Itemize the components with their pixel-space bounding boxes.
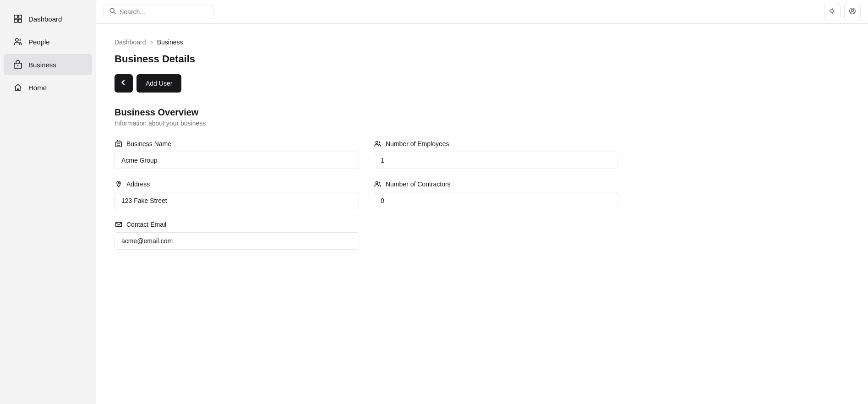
num-employees-label: Number of Employees [374, 140, 618, 148]
svg-rect-3 [18, 19, 22, 22]
theme-toggle-button[interactable] [824, 4, 841, 20]
business-form: Business Name Number of Employees [115, 140, 618, 250]
address-label: Address [115, 180, 359, 188]
topbar [96, 0, 868, 24]
num-contractors-input[interactable] [374, 192, 618, 209]
svg-point-23 [376, 141, 378, 143]
sidebar-item-label-home: Home [28, 84, 47, 92]
svg-rect-20 [116, 142, 122, 147]
contact-email-field: Contact Email [115, 220, 359, 250]
num-employees-field: Number of Employees [374, 140, 618, 169]
business-name-label: Business Name [115, 140, 359, 148]
num-employees-input[interactable] [374, 152, 618, 169]
svg-rect-2 [14, 19, 17, 22]
add-user-button[interactable]: Add User [136, 74, 181, 93]
svg-point-4 [16, 38, 18, 41]
dashboard-icon [13, 14, 23, 24]
employees-icon [374, 140, 382, 148]
svg-rect-0 [14, 15, 17, 18]
business-name-field: Business Name [115, 140, 359, 169]
breadcrumb-dashboard[interactable]: Dashboard [115, 38, 146, 46]
breadcrumb-separator: > [150, 38, 153, 46]
breadcrumb: Dashboard > Business [115, 38, 850, 46]
breadcrumb-current: Business [157, 38, 183, 46]
svg-point-9 [831, 9, 834, 12]
home-icon [13, 82, 23, 93]
svg-point-24 [118, 182, 119, 184]
sidebar-item-label-business: Business [28, 61, 56, 69]
svg-rect-1 [18, 15, 22, 18]
user-menu-button[interactable] [844, 4, 861, 20]
sidebar-item-dashboard[interactable]: Dashboard [4, 8, 92, 29]
building-icon [115, 140, 123, 148]
email-icon [115, 220, 123, 229]
address-field: Address [115, 180, 359, 209]
num-contractors-label: Number of Contractors [374, 180, 618, 188]
business-icon [13, 60, 23, 70]
user-avatar-icon [849, 7, 856, 16]
svg-point-19 [852, 9, 854, 11]
search-input[interactable] [120, 8, 207, 16]
main-content: Dashboard > Business Business Details Ad… [96, 0, 868, 404]
sidebar: Dashboard People Business [0, 0, 96, 404]
section-subtitle: Information about your business [115, 120, 850, 127]
section-title: Business Overview [115, 107, 850, 118]
svg-line-17 [830, 12, 830, 13]
people-icon [13, 37, 23, 47]
sidebar-item-business[interactable]: Business [4, 54, 92, 75]
page-title: Business Details [115, 53, 850, 65]
content-area: Dashboard > Business Business Details Ad… [96, 24, 868, 404]
search-container[interactable] [104, 5, 213, 19]
business-name-input[interactable] [115, 152, 359, 169]
svg-line-15 [834, 12, 835, 13]
contact-email-label: Contact Email [115, 220, 359, 229]
topbar-right [824, 4, 861, 20]
svg-line-8 [114, 12, 115, 14]
num-contractors-field: Number of Contractors [374, 180, 618, 209]
svg-line-14 [830, 9, 830, 9]
contact-email-input[interactable] [115, 232, 359, 250]
back-button[interactable] [115, 74, 133, 93]
sidebar-item-label-dashboard: Dashboard [28, 15, 62, 23]
sun-icon [829, 7, 836, 16]
sidebar-item-home[interactable]: Home [4, 77, 92, 98]
location-icon [115, 180, 123, 188]
svg-line-16 [834, 9, 835, 9]
chevron-left-icon [120, 79, 127, 87]
address-input[interactable] [115, 192, 359, 209]
svg-point-25 [376, 181, 378, 184]
search-icon [109, 8, 116, 16]
sidebar-item-label-people: People [28, 38, 50, 46]
sidebar-item-people[interactable]: People [4, 31, 92, 52]
svg-point-7 [110, 8, 114, 12]
actions-bar: Add User [115, 74, 850, 93]
contractors-icon [374, 180, 382, 188]
